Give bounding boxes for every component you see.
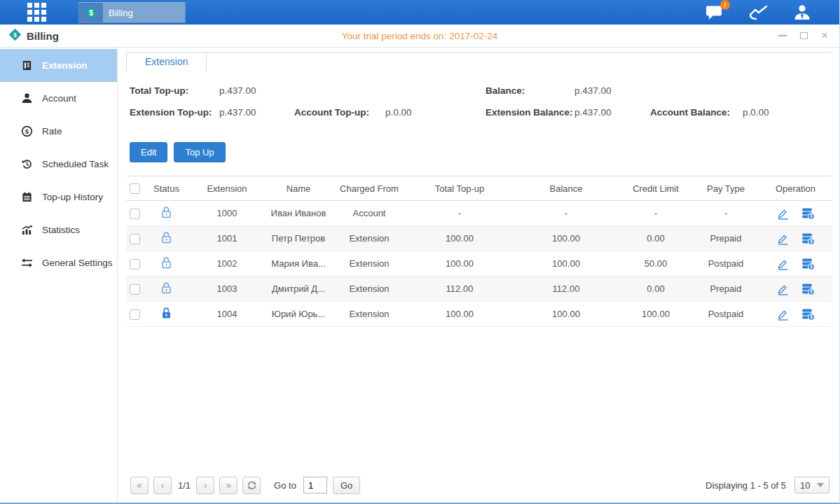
col-charged-from: Charged From xyxy=(332,176,406,201)
status-lock-icon xyxy=(160,286,172,296)
sidebar-item-label: Top-up History xyxy=(42,192,103,202)
last-page-button[interactable]: » xyxy=(219,477,237,494)
svg-text:$: $ xyxy=(810,289,813,295)
cell-pay-type: - xyxy=(692,201,759,226)
sidebar-item-rate[interactable]: $ Rate xyxy=(0,115,117,148)
cell-total-topup: 100.00 xyxy=(406,226,513,251)
table-row[interactable]: 1003 Дмитрий Д... Extension 112.00 112.0… xyxy=(126,276,832,302)
cell-credit-limit: 0.00 xyxy=(619,276,692,302)
edit-row-icon[interactable] xyxy=(776,258,789,270)
refresh-button[interactable] xyxy=(242,477,261,494)
top-up-row-icon[interactable]: $ xyxy=(801,232,815,245)
cell-name: Мария Ива... xyxy=(265,251,332,276)
row-checkbox[interactable] xyxy=(130,234,140,244)
row-checkbox[interactable] xyxy=(130,259,140,270)
extension-topup-label: Extension Top-up: xyxy=(130,107,219,118)
row-checkbox[interactable] xyxy=(130,209,140,219)
notification-badge: ! xyxy=(720,0,730,10)
svg-text:$: $ xyxy=(810,314,813,320)
tab-extension[interactable]: Extension xyxy=(126,52,207,71)
cell-name: Дмитрий Д... xyxy=(265,276,332,302)
goto-page-input[interactable] xyxy=(303,477,327,493)
table-row[interactable]: 1002 Мария Ива... Extension 100.00 100.0… xyxy=(126,251,832,276)
account-person-icon xyxy=(21,92,33,104)
edit-row-icon[interactable] xyxy=(776,308,789,321)
extension-table: Status Extension Name Charged From Total… xyxy=(126,176,832,327)
top-up-row-icon[interactable]: $ xyxy=(801,308,815,321)
cell-name: Юрий Юрь... xyxy=(265,302,332,327)
goto-label: Go to xyxy=(274,480,296,491)
taskbar-tab-billing[interactable]: $ Billing xyxy=(78,2,186,23)
top-up-row-icon[interactable]: $ xyxy=(801,283,815,295)
account-topup-label: Account Top-up: xyxy=(294,107,385,118)
refresh-icon xyxy=(247,480,257,491)
close-button[interactable]: × xyxy=(820,31,829,41)
top-up-row-icon[interactable]: $ xyxy=(801,207,815,220)
user-account-icon[interactable] xyxy=(793,4,811,22)
sidebar-item-label: General Settings xyxy=(42,258,113,268)
col-pay-type: Pay Type xyxy=(692,176,759,201)
billing-app-window: $ Billing ! xyxy=(0,0,840,504)
tab-strip: Extension xyxy=(126,48,831,71)
status-lock-icon xyxy=(160,235,172,246)
cell-credit-limit: - xyxy=(619,201,692,226)
resource-monitor-chart-icon[interactable] xyxy=(748,4,769,21)
table-row[interactable]: 1000 Иван Иванов Account - - - - xyxy=(126,201,832,226)
cell-pay-type: Prepaid xyxy=(692,276,759,302)
edit-row-icon[interactable] xyxy=(776,232,789,245)
billing-app-icon: $ xyxy=(8,28,22,44)
account-topup-value: p.0.00 xyxy=(385,107,486,118)
maximize-button[interactable] xyxy=(799,31,808,41)
first-page-button[interactable]: « xyxy=(130,477,149,494)
app-launcher-grid-icon[interactable] xyxy=(27,3,46,22)
table-row[interactable]: 1004 Юрий Юрь... Extension 100.00 100.00… xyxy=(126,302,832,327)
prev-page-button[interactable]: ‹ xyxy=(153,477,172,494)
cell-pay-type: Postpaid xyxy=(692,251,759,276)
table-row[interactable]: 1001 Петр Петров Extension 100.00 100.00… xyxy=(126,226,832,251)
page-size-value: 10 xyxy=(800,480,810,491)
lock-open-icon xyxy=(160,281,172,294)
cell-pay-type: Prepaid xyxy=(692,226,759,251)
svg-text:$: $ xyxy=(810,264,813,270)
top-up-row-icon[interactable]: $ xyxy=(801,258,815,270)
row-checkbox[interactable] xyxy=(130,284,140,295)
cell-balance: 112.00 xyxy=(513,276,619,302)
col-balance: Balance xyxy=(513,176,619,201)
col-extension: Extension xyxy=(189,176,265,201)
cell-total-topup: 100.00 xyxy=(406,251,513,276)
page-size-select[interactable]: 10 xyxy=(794,477,829,493)
col-status: Status xyxy=(144,176,189,201)
svg-text:$: $ xyxy=(810,214,813,219)
sidebar-item-account[interactable]: Account xyxy=(0,82,117,115)
sidebar-item-label: Account xyxy=(42,93,76,104)
sidebar-item-label: Rate xyxy=(42,126,62,136)
account-balance-label: Account Balance: xyxy=(650,107,743,118)
statistics-chart-icon xyxy=(21,224,33,236)
next-page-button[interactable]: › xyxy=(196,477,214,494)
sidebar-item-scheduled-task[interactable]: Scheduled Task xyxy=(0,148,117,181)
sidebar-item-statistics[interactable]: Statistics xyxy=(0,214,117,246)
select-all-checkbox[interactable] xyxy=(130,183,140,194)
window-title: Billing xyxy=(27,30,59,42)
edit-button[interactable]: Edit xyxy=(130,142,167,162)
cell-charged-from: Extension xyxy=(332,302,406,327)
cell-balance: 100.00 xyxy=(513,226,619,251)
edit-row-icon[interactable] xyxy=(776,283,789,295)
notifications-message-icon[interactable]: ! xyxy=(705,4,724,20)
row-checkbox[interactable] xyxy=(130,309,140,320)
chevron-down-icon xyxy=(817,483,824,487)
minimize-button[interactable] xyxy=(778,31,787,41)
sidebar-item-label: Extension xyxy=(42,60,88,71)
edit-row-icon[interactable] xyxy=(776,207,789,220)
sidebar-item-extension[interactable]: Extension xyxy=(0,49,117,82)
desktop-topbar: $ Billing ! xyxy=(0,0,839,24)
sidebar-item-general-settings[interactable]: General Settings xyxy=(0,246,117,279)
sidebar-item-topup-history[interactable]: Top-up History xyxy=(0,181,117,214)
go-button[interactable]: Go xyxy=(333,477,360,494)
top-up-button[interactable]: Top Up xyxy=(174,142,225,162)
sidebar-item-label: Statistics xyxy=(42,225,80,235)
cell-extension: 1000 xyxy=(189,201,265,226)
cell-balance: 100.00 xyxy=(513,251,619,276)
cell-total-topup: - xyxy=(406,201,513,226)
total-topup-value: p.437.00 xyxy=(219,85,294,96)
